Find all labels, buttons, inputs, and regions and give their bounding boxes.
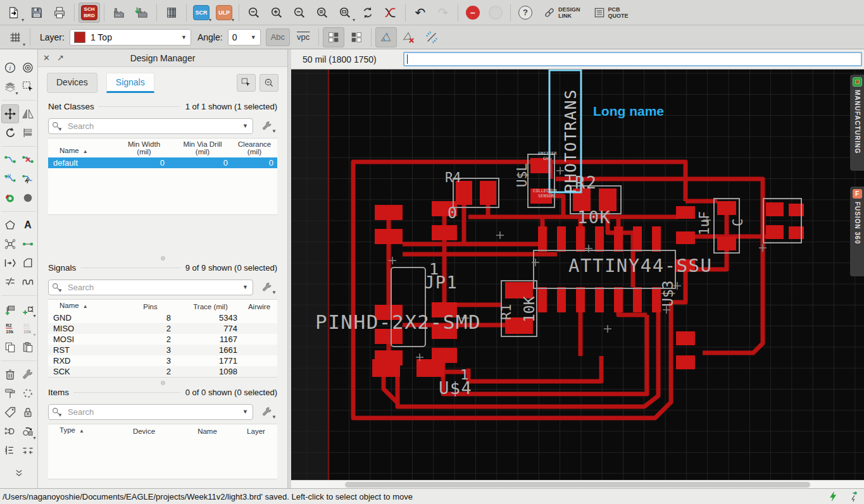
angle-delete-button[interactable] [398,27,420,47]
items-search-input[interactable] [48,404,253,420]
airwire-status-icon[interactable] [849,491,860,502]
column-header[interactable]: Pins [123,303,177,310]
display-layers-tool[interactable]: ▾ [1,77,19,96]
select-tool[interactable] [19,77,37,96]
add-part-tool[interactable] [1,300,19,319]
pcb-label[interactable]: 1 [429,260,440,278]
via-tool[interactable] [1,188,19,207]
net-classes-settings-button[interactable]: ▼ [257,118,277,134]
zoom-fit-button[interactable] [311,3,333,23]
angle-select[interactable]: 0 ▼ [228,29,261,46]
signal-row[interactable]: RST31661 [48,345,277,355]
pcb-label[interactable]: 10K [521,296,537,323]
pcb-label[interactable]: EMITTER [538,151,557,156]
undo-button[interactable]: ↶ [410,3,431,23]
signal-tool[interactable] [1,254,19,273]
bend-wire-tool[interactable] [19,169,37,188]
text-tool[interactable]: A [19,216,37,235]
signal-row[interactable]: MISO2774 [48,323,277,334]
info-tool[interactable]: i [1,58,19,77]
pcb-label[interactable]: 10K [577,207,611,227]
pcb-label[interactable]: C [730,218,746,226]
replace-tool[interactable]: ▾ [19,422,37,441]
meander-tool[interactable] [19,273,37,292]
delete-tool[interactable] [1,365,19,384]
column-header[interactable]: Clearance(mil) [234,140,275,156]
circle-tool[interactable] [19,188,37,207]
new-document-button[interactable]: ▾ [3,3,25,23]
zoom-selection-button[interactable] [260,74,279,92]
pcb-label[interactable]: GH [543,156,548,161]
search-dropdown-caret-icon[interactable]: ▼ [242,409,248,415]
signal-row[interactable]: GND85343 [48,312,277,323]
go-button[interactable] [485,3,506,23]
column-header[interactable]: Airwire [244,303,275,310]
sch-brd-toggle-button[interactable]: SCHBRD [78,3,100,23]
run-script-button[interactable]: SCR▾ [191,3,212,23]
stop-button[interactable]: – [462,3,484,23]
redraw-button[interactable] [357,3,379,23]
signal-curves-button[interactable] [380,3,401,23]
tab-fusion-360[interactable]: F FUSION 360 [850,187,864,276]
angle-measure-button[interactable] [375,27,397,47]
tab-devices[interactable]: Devices [47,73,97,93]
smash-tool[interactable]: R210k [1,319,19,338]
signal-row[interactable]: RXD31771 [48,355,277,366]
drc-lightning-icon[interactable] [827,490,840,503]
lock-tool[interactable] [19,403,37,422]
signal-row[interactable]: MOSI21167 [48,334,277,345]
search-dropdown-caret-icon[interactable]: ▼ [242,284,248,290]
show-tool[interactable] [19,58,37,77]
pad-display-alt-button[interactable] [346,27,367,47]
print-button[interactable] [49,3,70,23]
optimize-button[interactable] [421,27,442,47]
invoke-tool[interactable] [1,422,19,441]
align-tool[interactable] [19,441,37,460]
smash-alt-tool[interactable]: R210k▾ [19,319,37,338]
pcb-label[interactable]: U$3 [660,280,676,307]
zoom-select-button[interactable]: ▾ [334,3,356,23]
move-tool[interactable] [1,104,19,123]
split-wire-tool[interactable] [1,169,19,188]
signals-settings-button[interactable]: ▼ [257,279,277,295]
column-header[interactable]: Min Via Drill(mil) [171,140,234,156]
polygon-tool[interactable] [1,216,19,235]
more-tools-button[interactable] [13,467,25,482]
column-header[interactable]: Device [111,427,177,435]
layer-select[interactable]: 1 Top ▼ [70,29,191,46]
column-header[interactable]: Name [177,427,237,435]
pcb-label[interactable]: 0 [448,204,458,222]
pcb-label[interactable]: PINHD-2X2-SMD [315,310,481,333]
redo-button[interactable]: ↷ [432,3,454,23]
paint-tool[interactable] [1,384,19,403]
pcb-label[interactable]: 1uF [697,211,712,235]
ripup-tool[interactable] [19,151,37,169]
mirror-tool[interactable] [19,104,37,123]
zoom-in-button[interactable] [266,3,287,23]
library-button[interactable] [161,3,182,23]
column-header[interactable]: Layer [237,427,275,435]
cam-processor-button[interactable] [108,3,130,23]
pcb-label[interactable]: 1 [460,367,468,383]
run-ulp-button[interactable]: ULP▾ [213,3,235,23]
zoom-out-button[interactable] [243,3,265,23]
net-classes-search-input[interactable] [48,118,253,134]
help-button[interactable]: ? [515,3,536,23]
save-button[interactable] [26,3,47,23]
command-line-input[interactable] [403,52,862,66]
search-dropdown-caret-icon[interactable]: ▼ [242,123,248,129]
tab-signals[interactable]: Signals [106,73,154,93]
paste-tool[interactable] [19,338,37,357]
pcb-label[interactable]: R4 [445,170,461,185]
miter-tool[interactable] [19,254,37,273]
section-resize-handle[interactable] [38,379,287,386]
column-header[interactable]: Name▲ [51,147,117,156]
pcb-label[interactable]: Long name [593,104,664,118]
pcb-label[interactable]: ATTINY44-SSU [568,255,713,276]
pcb-label[interactable]: SENSOR [538,194,554,199]
highlight-selection-button[interactable] [237,74,256,92]
grid-button[interactable]: ▾ [4,27,26,47]
airwire-tool[interactable] [19,235,37,254]
name-tool[interactable] [19,123,37,142]
net-class-row[interactable]: default000 [48,157,277,168]
